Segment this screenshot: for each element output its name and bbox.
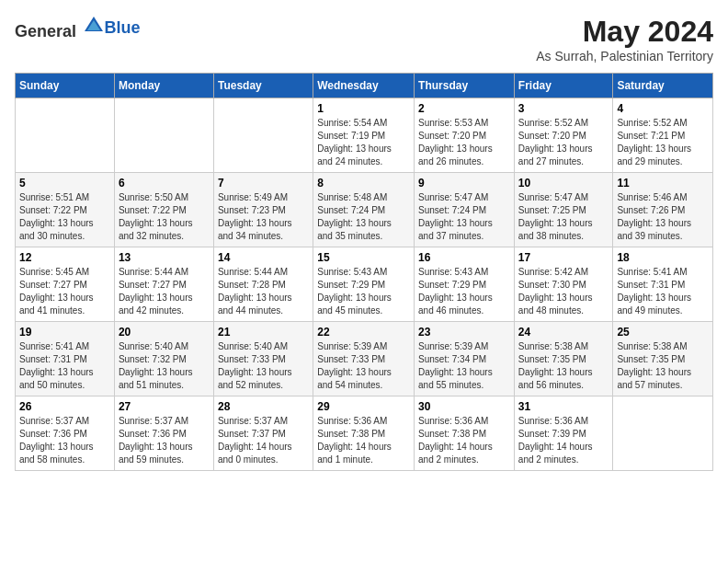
calendar-day-cell: 12Sunrise: 5:45 AMSunset: 7:27 PMDayligh…	[16, 247, 115, 322]
day-info: Sunrise: 5:39 AMSunset: 7:33 PMDaylight:…	[317, 340, 410, 392]
calendar-day-cell: 6Sunrise: 5:50 AMSunset: 7:22 PMDaylight…	[114, 173, 213, 247]
calendar-day-cell: 1Sunrise: 5:54 AMSunset: 7:19 PMDaylight…	[313, 98, 415, 173]
calendar-day-cell: 18Sunrise: 5:41 AMSunset: 7:31 PMDayligh…	[613, 247, 713, 322]
day-number: 21	[218, 326, 309, 339]
day-info: Sunrise: 5:40 AMSunset: 7:33 PMDaylight:…	[218, 340, 309, 392]
day-number: 17	[518, 251, 609, 264]
logo-icon	[83, 15, 105, 37]
day-info: Sunrise: 5:43 AMSunset: 7:29 PMDaylight:…	[418, 266, 510, 317]
weekday-header-row: SundayMondayTuesdayWednesdayThursdayFrid…	[16, 74, 713, 98]
day-number: 2	[418, 102, 510, 115]
day-number: 6	[119, 177, 210, 190]
calendar-day-cell: 31Sunrise: 5:36 AMSunset: 7:39 PMDayligh…	[514, 396, 613, 471]
day-info: Sunrise: 5:42 AMSunset: 7:30 PMDaylight:…	[518, 266, 609, 317]
day-number: 31	[518, 400, 609, 413]
day-number: 27	[119, 400, 210, 413]
weekday-header-cell: Monday	[114, 74, 213, 98]
weekday-header-cell: Friday	[514, 74, 613, 98]
day-number: 19	[19, 326, 110, 339]
calendar-day-cell: 30Sunrise: 5:36 AMSunset: 7:38 PMDayligh…	[415, 396, 515, 471]
day-info: Sunrise: 5:49 AMSunset: 7:23 PMDaylight:…	[218, 191, 309, 243]
calendar-day-cell: 28Sunrise: 5:37 AMSunset: 7:37 PMDayligh…	[213, 396, 313, 471]
day-info: Sunrise: 5:45 AMSunset: 7:27 PMDaylight:…	[19, 266, 110, 317]
calendar-day-cell	[16, 98, 115, 173]
calendar-day-cell: 11Sunrise: 5:46 AMSunset: 7:26 PMDayligh…	[613, 173, 713, 247]
day-info: Sunrise: 5:53 AMSunset: 7:20 PMDaylight:…	[418, 117, 510, 168]
calendar-day-cell: 5Sunrise: 5:51 AMSunset: 7:22 PMDaylight…	[16, 173, 115, 247]
day-info: Sunrise: 5:36 AMSunset: 7:38 PMDaylight:…	[317, 415, 410, 466]
day-info: Sunrise: 5:52 AMSunset: 7:20 PMDaylight:…	[518, 117, 609, 168]
day-number: 11	[617, 177, 709, 190]
day-info: Sunrise: 5:39 AMSunset: 7:34 PMDaylight:…	[418, 340, 510, 392]
day-number: 7	[218, 177, 309, 190]
day-number: 15	[317, 251, 410, 264]
calendar-day-cell: 25Sunrise: 5:38 AMSunset: 7:35 PMDayligh…	[613, 322, 713, 396]
calendar-day-cell: 2Sunrise: 5:53 AMSunset: 7:20 PMDaylight…	[415, 98, 515, 173]
calendar-day-cell: 4Sunrise: 5:52 AMSunset: 7:21 PMDaylight…	[613, 98, 713, 173]
calendar-day-cell	[613, 396, 713, 471]
page-header: General Blue May 2024 As Surrah, Palesti…	[15, 15, 713, 63]
calendar-table: SundayMondayTuesdayWednesdayThursdayFrid…	[15, 73, 713, 471]
day-info: Sunrise: 5:37 AMSunset: 7:36 PMDaylight:…	[119, 415, 210, 466]
day-info: Sunrise: 5:54 AMSunset: 7:19 PMDaylight:…	[317, 117, 410, 168]
day-info: Sunrise: 5:38 AMSunset: 7:35 PMDaylight:…	[617, 340, 709, 392]
calendar-day-cell: 24Sunrise: 5:38 AMSunset: 7:35 PMDayligh…	[514, 322, 613, 396]
day-number: 23	[418, 326, 510, 339]
calendar-day-cell	[114, 98, 213, 173]
calendar-day-cell: 17Sunrise: 5:42 AMSunset: 7:30 PMDayligh…	[514, 247, 613, 322]
calendar-day-cell: 29Sunrise: 5:36 AMSunset: 7:38 PMDayligh…	[313, 396, 415, 471]
calendar-day-cell: 3Sunrise: 5:52 AMSunset: 7:20 PMDaylight…	[514, 98, 613, 173]
calendar-day-cell: 20Sunrise: 5:40 AMSunset: 7:32 PMDayligh…	[114, 322, 213, 396]
calendar-day-cell: 10Sunrise: 5:47 AMSunset: 7:25 PMDayligh…	[514, 173, 613, 247]
day-number: 4	[617, 102, 709, 115]
calendar-day-cell: 9Sunrise: 5:47 AMSunset: 7:24 PMDaylight…	[415, 173, 515, 247]
calendar-day-cell: 13Sunrise: 5:44 AMSunset: 7:27 PMDayligh…	[114, 247, 213, 322]
day-info: Sunrise: 5:46 AMSunset: 7:26 PMDaylight:…	[617, 191, 709, 243]
calendar-day-cell	[213, 98, 313, 173]
calendar-week-row: 1Sunrise: 5:54 AMSunset: 7:19 PMDaylight…	[16, 98, 713, 173]
day-number: 16	[418, 251, 510, 264]
logo-text-general: General	[15, 22, 76, 40]
day-info: Sunrise: 5:47 AMSunset: 7:25 PMDaylight:…	[518, 191, 609, 243]
calendar-day-cell: 15Sunrise: 5:43 AMSunset: 7:29 PMDayligh…	[313, 247, 415, 322]
day-number: 5	[19, 177, 110, 190]
calendar-day-cell: 16Sunrise: 5:43 AMSunset: 7:29 PMDayligh…	[415, 247, 515, 322]
day-info: Sunrise: 5:51 AMSunset: 7:22 PMDaylight:…	[19, 191, 110, 243]
location-subtitle: As Surrah, Palestinian Territory	[536, 49, 713, 63]
day-info: Sunrise: 5:41 AMSunset: 7:31 PMDaylight:…	[19, 340, 110, 392]
day-number: 29	[317, 400, 410, 413]
day-number: 3	[518, 102, 609, 115]
day-info: Sunrise: 5:43 AMSunset: 7:29 PMDaylight:…	[317, 266, 410, 317]
calendar-day-cell: 23Sunrise: 5:39 AMSunset: 7:34 PMDayligh…	[415, 322, 515, 396]
calendar-week-row: 26Sunrise: 5:37 AMSunset: 7:36 PMDayligh…	[16, 396, 713, 471]
title-block: May 2024 As Surrah, Palestinian Territor…	[536, 15, 713, 63]
day-info: Sunrise: 5:37 AMSunset: 7:37 PMDaylight:…	[218, 415, 309, 466]
day-number: 8	[317, 177, 410, 190]
day-number: 12	[19, 251, 110, 264]
day-number: 10	[518, 177, 609, 190]
day-info: Sunrise: 5:44 AMSunset: 7:28 PMDaylight:…	[218, 266, 309, 317]
calendar-day-cell: 8Sunrise: 5:48 AMSunset: 7:24 PMDaylight…	[313, 173, 415, 247]
calendar-day-cell: 14Sunrise: 5:44 AMSunset: 7:28 PMDayligh…	[213, 247, 313, 322]
weekday-header-cell: Sunday	[16, 74, 115, 98]
calendar-day-cell: 27Sunrise: 5:37 AMSunset: 7:36 PMDayligh…	[114, 396, 213, 471]
day-info: Sunrise: 5:38 AMSunset: 7:35 PMDaylight:…	[518, 340, 609, 392]
calendar-day-cell: 26Sunrise: 5:37 AMSunset: 7:36 PMDayligh…	[16, 396, 115, 471]
day-number: 24	[518, 326, 609, 339]
day-number: 25	[617, 326, 709, 339]
weekday-header-cell: Wednesday	[313, 74, 415, 98]
day-info: Sunrise: 5:50 AMSunset: 7:22 PMDaylight:…	[119, 191, 210, 243]
calendar-body: 1Sunrise: 5:54 AMSunset: 7:19 PMDaylight…	[16, 98, 713, 471]
day-info: Sunrise: 5:44 AMSunset: 7:27 PMDaylight:…	[119, 266, 210, 317]
logo-text-blue: Blue	[105, 18, 141, 37]
day-info: Sunrise: 5:36 AMSunset: 7:38 PMDaylight:…	[418, 415, 510, 466]
day-number: 13	[119, 251, 210, 264]
day-number: 22	[317, 326, 410, 339]
day-number: 20	[119, 326, 210, 339]
weekday-header-cell: Thursday	[415, 74, 515, 98]
calendar-day-cell: 19Sunrise: 5:41 AMSunset: 7:31 PMDayligh…	[16, 322, 115, 396]
day-number: 9	[418, 177, 510, 190]
day-info: Sunrise: 5:36 AMSunset: 7:39 PMDaylight:…	[518, 415, 609, 466]
weekday-header-cell: Saturday	[613, 74, 713, 98]
day-number: 14	[218, 251, 309, 264]
